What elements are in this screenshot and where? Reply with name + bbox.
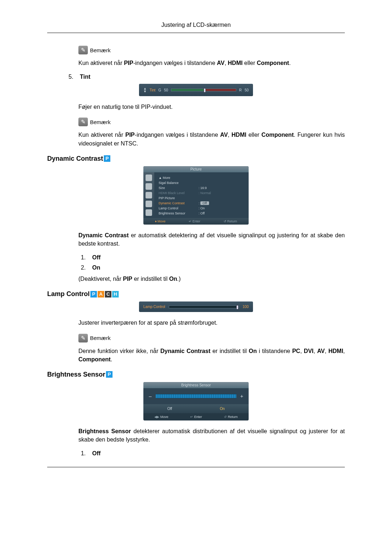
osd-tint-r: R [239,88,242,92]
mode-badge-h: H [112,291,119,297]
t: eller [242,60,257,66]
osd-tint-slider [171,89,236,91]
bs-desc-block: Brightness Sensor detekterer automatisk … [78,427,345,457]
osd-line: PIP Picture [159,196,244,201]
t: : Off [199,212,205,215]
osd-tint-g: G [158,88,161,92]
mode-badge-p: P [90,291,97,297]
item-number: 2. [78,264,86,271]
t: Brightness Sensor [78,428,131,434]
item-label: Off [92,254,101,261]
osd-side-icon [146,192,152,198]
note-label: Bemærk [90,47,111,53]
slider-knob [204,88,206,93]
osd-lamp-slider [169,305,239,308]
dyn-desc: Dynamic Contrast er automatisk detekteri… [78,231,345,248]
t: , [300,348,304,354]
osd-footer-move: ♦ Move [155,219,166,223]
osd-line: Lamp Control: On [159,206,244,211]
t: Sigal Balance [159,181,199,185]
t: , [314,348,317,354]
minus-icon: – [148,393,152,399]
t: Component [78,356,111,362]
t: PIP [125,132,135,138]
osd-body: ▲ More Sigal Balance Size: 16:9 HDMI Bla… [143,172,249,218]
mode-badge-c: C [105,291,111,297]
t: AV [317,348,325,354]
lamp-note: Denne funktion virker ikke, når Dynamic … [78,347,345,364]
t: Off [200,201,209,205]
heading-lamp-control: Lamp Control P A C H [47,290,345,298]
t: Move [160,415,168,419]
osd-side-icon [146,183,152,190]
t: , [228,132,232,138]
heading-brightness-sensor: Brightness Sensor P [47,371,345,378]
osd-bs-off: Off [143,404,196,413]
item-number: 5. [66,74,73,80]
note-label: Bemærk [90,335,111,341]
t: Move [158,219,166,223]
fill-red [204,89,236,91]
osd-footer-move: ◀▶ Move [154,415,168,419]
t: -indgangen vælges i tilstandene [135,132,220,138]
note-row: ✎ Bemærk [78,118,345,126]
lamp-desc-block: Justerer inverterpæren for at spare på s… [78,319,345,364]
osd-tint-gval: 50 [164,88,168,92]
item-number: 1. [78,254,86,261]
osd-title: Picture [143,166,249,172]
osd-footer: ♦ Move ↵ Enter ↺ Return [143,218,249,225]
note-block-1: ✎ Bemærk Kun aktiveret når PIP-indgangen… [78,46,345,67]
t: On [169,276,177,282]
osd-bs-track [156,394,236,398]
osd-content: ▲ More Sigal Balance Size: 16:9 HDMI Bla… [154,172,249,218]
t: eller [246,132,262,138]
osd-tint-rval: 50 [245,88,249,92]
note2-text: Kun aktiveret når PIP-indgangen vælges i… [78,131,345,147]
t: . [289,60,290,66]
osd-lamp-label: Lamp Control [143,305,165,309]
footer-rule [47,467,345,467]
t: . [111,356,112,362]
list-item-5: 5. Tint [66,74,345,80]
note-row: ✎ Bemærk [78,46,345,54]
note-icon: ✎ [78,46,88,54]
osd-tint: ▲▼ Tint G 50 R 50 [139,84,253,96]
t: Brightness Sensor [159,212,199,215]
t: i tilstandene [257,348,292,354]
osd-side-icon [146,175,152,181]
t: , [225,60,228,66]
tint-desc-block: Føjer en naturlig tone til PIP-vinduet. … [78,103,345,148]
item-label: Off [92,450,101,457]
t: : On [199,206,205,210]
t: : Off [199,201,209,205]
note-row: ✎ Bemærk [78,334,345,342]
mode-badge-p: P [104,155,110,162]
heading-text: Brightness Sensor [47,371,105,378]
t: Dynamic Contrast [78,232,129,238]
t: HDMI [232,132,246,138]
t: (Deaktiveret, når [78,276,123,282]
slider-knob [236,305,238,309]
item-label: On [92,264,100,271]
t: -indgangen vælges i tilstandene [133,60,217,66]
osd-sidebar [143,172,154,218]
dyn-note: (Deaktiveret, når PIP er indstillet til … [78,275,345,283]
t: Kun aktiveret når [78,60,124,66]
t: HDMI Black Level [159,191,199,195]
item-label: Tint [80,74,90,80]
osd-footer-enter: ↵ Enter [190,415,202,419]
note1-text: Kun aktiveret når PIP-indgangen vælges i… [78,59,345,67]
bs-desc: Brightness Sensor detekterer automatisk … [78,427,345,444]
osd-side-icon [146,209,152,216]
t: , [325,348,328,354]
lamp-desc: Justerer inverterpæren for at spare på s… [78,319,345,327]
t: Dynamic Contrast [160,348,211,354]
t: HDMI [228,60,243,66]
osd-bs-slider-row: – + [143,388,249,404]
t: : Normal [199,191,211,195]
page: Justering af LCD-skærmen ✎ Bemærk Kun ak… [0,0,392,489]
list-item: 2. On [78,264,345,271]
osd-bs-options: Off On [143,404,249,413]
heading-dynamic-contrast: Dynamic Contrast P [47,155,345,163]
t: Denne funktion virker ikke, når [78,348,160,354]
